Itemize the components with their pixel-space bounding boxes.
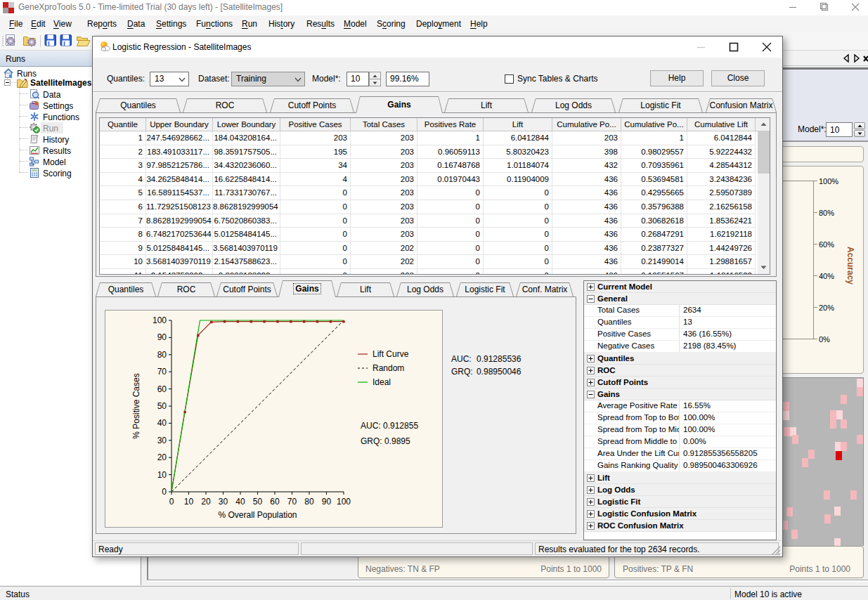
svg-text:% Overall Population: % Overall Population [218, 510, 297, 520]
svg-text:10: 10 [184, 497, 194, 507]
svg-text:30: 30 [157, 436, 167, 445]
svg-text:80%: 80% [819, 209, 834, 217]
svg-text:Ideal: Ideal [373, 377, 391, 387]
svg-text:0: 0 [162, 487, 167, 497]
svg-text:30: 30 [219, 497, 228, 507]
svg-text:60%: 60% [819, 240, 834, 249]
svg-text:20: 20 [201, 497, 211, 507]
svg-text:AUC: 0.912855: AUC: 0.912855 [361, 421, 418, 431]
svg-text:100: 100 [153, 315, 167, 325]
svg-text:% Positive Cases: % Positive Cases [131, 373, 141, 438]
svg-text:100: 100 [337, 497, 351, 507]
svg-text:90: 90 [157, 332, 167, 342]
svg-text:50: 50 [157, 401, 167, 411]
svg-text:80: 80 [157, 350, 167, 360]
svg-text:40: 40 [157, 418, 167, 428]
svg-text:Accuracy: Accuracy [846, 247, 855, 285]
svg-text:20: 20 [157, 452, 167, 462]
svg-text:40: 40 [235, 497, 245, 507]
svg-text:0%: 0% [819, 335, 830, 344]
svg-text:Random: Random [373, 363, 404, 373]
svg-text:80: 80 [304, 497, 314, 507]
svg-text:60: 60 [157, 384, 167, 394]
svg-text:70: 70 [287, 497, 297, 507]
svg-text:0: 0 [169, 497, 174, 507]
svg-text:90: 90 [322, 497, 332, 507]
svg-text:Lift Curve: Lift Curve [373, 349, 409, 359]
svg-text:20%: 20% [819, 304, 834, 312]
svg-text:60: 60 [270, 497, 280, 507]
svg-text:70: 70 [157, 367, 167, 377]
svg-text:10: 10 [157, 470, 167, 480]
svg-text:40%: 40% [819, 272, 834, 280]
svg-text:50: 50 [253, 497, 263, 507]
svg-text:100%: 100% [819, 177, 838, 185]
svg-text:GRQ: 0.9895: GRQ: 0.9895 [361, 436, 410, 446]
